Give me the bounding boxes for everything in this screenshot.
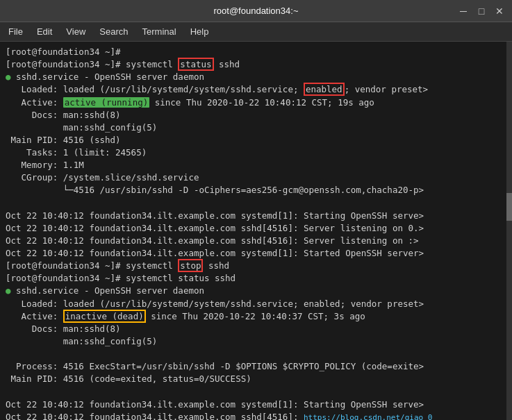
- menu-file[interactable]: File: [3, 25, 28, 38]
- line-27: Oct 22 10:40:12 foundation34.ilt.example…: [6, 411, 506, 420]
- line-14: Oct 22 10:40:12 foundation34.ilt.example…: [6, 222, 506, 235]
- line-16: Oct 22 10:40:12 foundation34.ilt.example…: [6, 247, 506, 260]
- menu-help[interactable]: Help: [185, 25, 215, 38]
- titlebar: root@foundation34:~ ─ □ ✕: [0, 0, 512, 22]
- line-4: Loaded: loaded (/usr/lib/systemd/system/…: [6, 83, 506, 96]
- line-6: Docs: man:sshd(8): [6, 109, 506, 121]
- line-blank1: [6, 197, 506, 210]
- line-24: Process: 4516 ExecStart=/usr/sbin/sshd -…: [6, 360, 506, 373]
- line-13: Oct 22 10:40:12 foundation34.ilt.example…: [6, 210, 506, 222]
- menu-search[interactable]: Search: [94, 25, 133, 38]
- line-17: [root@foundation34 ~]# systemctl stop ss…: [6, 260, 506, 272]
- window-title: root@foundation34:~: [214, 6, 299, 16]
- line-21: Active: inactive (dead) since Thu 2020-1…: [6, 310, 506, 323]
- line-2: [root@foundation34 ~]# systemctl status …: [6, 58, 506, 71]
- menu-view[interactable]: View: [60, 25, 91, 38]
- close-button[interactable]: ✕: [493, 6, 506, 17]
- line-blank3: [6, 385, 506, 398]
- line-12: └─4516 /usr/sbin/sshd -D -oCiphers=aes25…: [6, 184, 506, 196]
- line-3: ● sshd.service - OpenSSH server daemon: [6, 71, 506, 83]
- line-7: man:sshd_config(5): [6, 121, 506, 134]
- line-20: Loaded: loaded (/usr/lib/systemd/system/…: [6, 298, 506, 310]
- line-10: Memory: 1.1M: [6, 159, 506, 171]
- line-9: Tasks: 1 (limit: 24565): [6, 146, 506, 159]
- menubar: File Edit View Search Terminal Help: [0, 22, 512, 42]
- line-19: ● sshd.service - OpenSSH server daemon: [6, 285, 506, 297]
- line-25: Main PID: 4516 (code=exited, status=0/SU…: [6, 373, 506, 385]
- line-23: man:sshd_config(5): [6, 335, 506, 348]
- terminal-area[interactable]: [root@foundation34 ~]# [root@foundation3…: [0, 42, 512, 420]
- line-18: [root@foundation34 ~]# systemctl status …: [6, 272, 506, 285]
- line-26: Oct 22 10:40:12 foundation34.ilt.example…: [6, 398, 506, 411]
- line-5: Active: active (running) since Thu 2020-…: [6, 96, 506, 109]
- menu-edit[interactable]: Edit: [31, 25, 58, 38]
- scrollbar[interactable]: [506, 42, 512, 420]
- minimize-button[interactable]: ─: [456, 6, 470, 17]
- window-controls[interactable]: ─ □ ✕: [456, 6, 506, 17]
- line-blank2: [6, 348, 506, 360]
- maximize-button[interactable]: □: [474, 6, 488, 17]
- scrollbar-thumb[interactable]: [506, 193, 512, 221]
- menu-terminal[interactable]: Terminal: [137, 25, 182, 38]
- line-22: Docs: man:sshd(8): [6, 323, 506, 335]
- line-15: Oct 22 10:40:12 foundation34.ilt.example…: [6, 235, 506, 247]
- line-1: [root@foundation34 ~]#: [6, 46, 506, 58]
- line-11: CGroup: /system.slice/sshd.service: [6, 171, 506, 184]
- line-8: Main PID: 4516 (sshd): [6, 134, 506, 146]
